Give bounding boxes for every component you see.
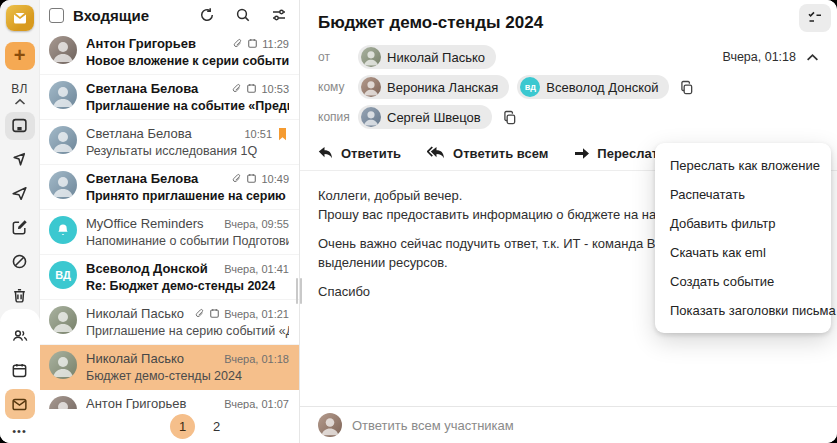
message-subject: Бюджет демо-стенды 2024	[86, 369, 289, 383]
myoffice-mail-logo-icon[interactable]	[6, 5, 34, 31]
message-time: Вчера, 09:55	[224, 218, 289, 230]
sender-name: Светлана Белова	[86, 81, 227, 96]
avatar	[318, 413, 342, 437]
sidebar-folder-trash[interactable]	[5, 281, 35, 309]
more-apps-icon[interactable]: •••	[12, 425, 27, 437]
app-switcher: •••	[0, 309, 40, 443]
menu-item-forward-as-attachment[interactable]: Переслать как вложение	[655, 151, 831, 180]
sidebar-folder-drafts[interactable]	[5, 213, 35, 241]
from-label: от	[318, 50, 358, 64]
initials-avatar: вд	[520, 77, 540, 97]
list-header: Входящие	[40, 0, 299, 30]
sender-name: Николай Пасько	[86, 351, 220, 366]
account-initials[interactable]: ВЛ	[11, 82, 27, 96]
sender-name: Всеволод Донской	[86, 261, 220, 276]
quick-reply-placeholder: Ответить всем участникам	[352, 418, 514, 433]
message-rows: Антон Григорьев 11:29 Новое вложение к с…	[40, 30, 299, 443]
message-time: 10:51	[244, 128, 272, 140]
message-row[interactable]: Светлана Белова 10:49 Принято приглашени…	[40, 165, 299, 210]
message-subject: Напоминание о событии Подготовить отчет…	[86, 234, 289, 248]
initials-avatar: ВД	[49, 261, 77, 289]
to-name: Вероника Ланская	[387, 80, 498, 95]
page-2-button[interactable]: 2	[213, 419, 220, 434]
message-time: Вчера, 01:21	[224, 308, 289, 320]
avatar	[49, 126, 77, 154]
app-sidebar: + ВЛ	[0, 0, 40, 443]
to-contact-chip[interactable]: Вероника Ланская	[358, 75, 509, 99]
copy-cc-icon[interactable]	[502, 110, 517, 125]
to-label: кому	[318, 80, 358, 94]
sidebar-folder-inbox[interactable]	[5, 112, 35, 140]
sidebar-folder-spam[interactable]	[5, 247, 35, 275]
page-1-button[interactable]: 1	[170, 414, 195, 439]
message-row[interactable]: Николай Пасько Вчера, 01:21 Приглашение …	[40, 300, 299, 345]
message-time: 10:53	[261, 83, 289, 95]
message-time: 11:29	[262, 38, 289, 50]
message-list-pane: Входящие Антон Григорьев 11:29 Новое	[40, 0, 300, 443]
menu-item-create-event[interactable]: Создать событие	[655, 267, 831, 296]
avatar	[49, 81, 77, 109]
from-contact-chip[interactable]: Николай Пасько	[358, 45, 496, 69]
from-name: Николай Пасько	[387, 50, 485, 65]
folder-title: Входящие	[73, 7, 179, 24]
search-icon[interactable]	[235, 7, 251, 23]
avatar	[49, 306, 77, 334]
attachment-icon	[232, 38, 243, 49]
sidebar-folder-sent[interactable]	[5, 180, 35, 208]
reply-all-button[interactable]: Ответить всем	[427, 146, 548, 161]
avatar	[361, 77, 381, 97]
forward-button[interactable]: Переслать	[574, 146, 666, 161]
message-subject: Приглашение на событие «Предварительно…	[86, 99, 289, 113]
sender-name: Антон Григорьев	[86, 36, 228, 51]
sidebar-folder-flagged[interactable]	[5, 146, 35, 174]
copy-recipients-icon[interactable]	[679, 80, 694, 95]
mail-app-window: + ВЛ	[0, 0, 837, 443]
message-time: Вчера, 01:18	[224, 353, 289, 365]
select-all-checkbox[interactable]	[49, 8, 64, 23]
sender-name: Светлана Белова	[86, 171, 227, 186]
message-row[interactable]: MyOffice Reminders Вчера, 09:55 Напомина…	[40, 210, 299, 255]
compose-new-button[interactable]: +	[5, 42, 35, 70]
message-row[interactable]: ВД Всеволод Донской Вчера, 01:41 Re: Бюд…	[40, 255, 299, 300]
checklist-panel-icon[interactable]	[799, 4, 831, 32]
attachment-icon	[194, 308, 205, 319]
avatar	[361, 47, 381, 67]
message-subject: Приглашение на серию событий «Демо стен…	[86, 324, 289, 338]
message-subject: Новое вложение к серии событий «Аналити…	[86, 54, 289, 68]
calendar-app-icon[interactable]	[5, 355, 35, 385]
pane-resize-handle[interactable]	[296, 278, 303, 304]
email-subject: Бюджет демо-стенды 2024	[300, 0, 837, 43]
message-time: Вчера, 01:41	[224, 263, 289, 275]
sender-name: MyOffice Reminders	[86, 216, 220, 231]
to-contact-chip[interactable]: вд Всеволод Донской	[517, 75, 669, 99]
contacts-app-icon[interactable]	[5, 321, 35, 351]
message-row[interactable]: Антон Григорьев 11:29 Новое вложение к с…	[40, 30, 299, 75]
refresh-icon[interactable]	[199, 7, 215, 23]
collapse-header-icon[interactable]	[806, 53, 819, 62]
message-time: Вчера, 01:07	[224, 398, 289, 410]
mail-app-icon[interactable]	[5, 389, 35, 419]
menu-item-add-filter[interactable]: Добавить фильтр	[655, 209, 831, 238]
bookmark-flag-icon[interactable]	[276, 127, 289, 141]
avatar	[49, 171, 77, 199]
sender-name: Светлана Белова	[86, 126, 240, 141]
reply-button[interactable]: Ответить	[318, 146, 401, 161]
cc-name: Сергей Швецов	[387, 110, 481, 125]
message-row-selected[interactable]: Николай Пасько Вчера, 01:18 Бюджет демо-…	[40, 345, 299, 390]
message-time: 10:49	[261, 173, 289, 185]
quick-reply-bar[interactable]: Ответить всем участникам	[300, 406, 837, 443]
collapse-account-icon[interactable]	[14, 98, 26, 106]
menu-item-print[interactable]: Распечатать	[655, 180, 831, 209]
event-icon	[246, 173, 257, 184]
message-row[interactable]: Светлана Белова 10:53 Приглашение на соб…	[40, 75, 299, 120]
cc-contact-chip[interactable]: Сергей Швецов	[358, 105, 492, 129]
event-icon	[247, 38, 258, 49]
event-icon	[209, 308, 220, 319]
menu-item-show-headers[interactable]: Показать заголовки письма	[655, 296, 831, 325]
menu-item-download-eml[interactable]: Скачать как eml	[655, 238, 831, 267]
message-row[interactable]: Светлана Белова 10:51 Результаты исследо…	[40, 120, 299, 165]
email-meta: от Николай Пасько Вчера, 01:18 кому Веро…	[300, 43, 837, 135]
filter-settings-icon[interactable]	[271, 7, 287, 23]
reminder-bell-avatar	[49, 216, 77, 244]
message-subject: Результаты исследования 1Q	[86, 144, 289, 158]
